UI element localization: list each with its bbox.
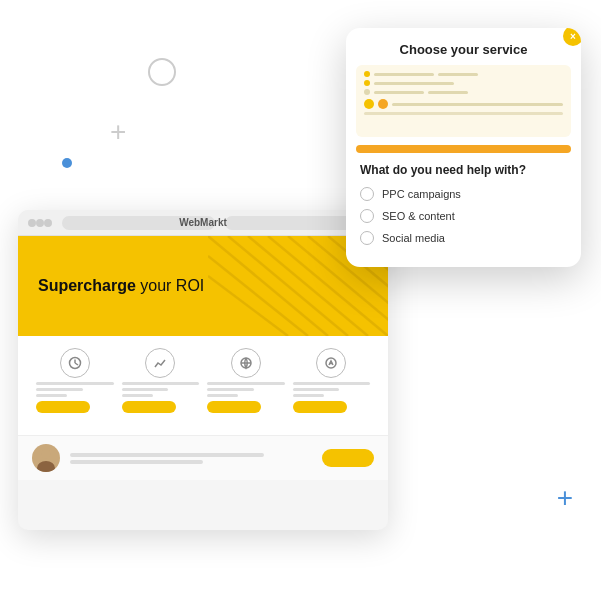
email-line-1a (374, 73, 434, 76)
decorative-dot (62, 158, 72, 168)
email-line-4a (364, 112, 563, 115)
email-row-4 (364, 112, 563, 115)
email-line-3b (428, 91, 468, 94)
lines-2 (118, 382, 204, 413)
decorative-plus-bottom: + (557, 484, 573, 512)
browser-dot-3 (44, 219, 52, 227)
icon-item-3 (203, 348, 289, 413)
line-1a (36, 382, 114, 385)
browser-hero: Supercharge your ROI (18, 236, 388, 336)
email-icon-2 (378, 99, 388, 109)
browser-footer (18, 435, 388, 480)
modal-header: Choose your service × (346, 28, 581, 65)
browser-titlebar: WebMarkt (18, 210, 388, 236)
email-line-1b (438, 73, 478, 76)
modal-title: Choose your service (400, 42, 528, 57)
line-1b (36, 388, 83, 391)
browser-dot-2 (36, 219, 44, 227)
icon-item-1 (32, 348, 118, 413)
hero-text: Supercharge your ROI (38, 276, 204, 297)
lines-3 (203, 382, 289, 413)
browser-url-bar[interactable] (62, 216, 215, 230)
icon-analytics (60, 348, 90, 378)
icon-item-4 (289, 348, 375, 413)
footer-line-2 (70, 460, 203, 464)
radio-option-ppc[interactable]: PPC campaigns (360, 187, 567, 201)
line-2a (122, 382, 200, 385)
line-4a (293, 382, 371, 385)
line-4c (293, 394, 324, 397)
footer-cta-button[interactable] (322, 449, 374, 467)
email-line-3a (374, 91, 424, 94)
email-dot-3 (364, 89, 370, 95)
hero-title-normal: your ROI (136, 277, 204, 294)
decorative-circle (148, 58, 176, 86)
icon-globe (231, 348, 261, 378)
line-2b (122, 388, 169, 391)
email-row-3 (364, 89, 563, 95)
question-title: What do you need help with? (360, 163, 567, 177)
footer-lines (70, 453, 312, 464)
radio-option-social[interactable]: Social media (360, 231, 567, 245)
icon-chart (145, 348, 175, 378)
radio-option-seo[interactable]: SEO & content (360, 209, 567, 223)
svg-line-11 (208, 276, 288, 336)
browser-window: WebMarkt (18, 210, 388, 530)
radio-circle-social[interactable] (360, 231, 374, 245)
browser-dot-1 (28, 219, 36, 227)
btn-3 (207, 401, 261, 413)
svg-line-10 (208, 256, 308, 336)
email-dot-1 (364, 71, 370, 77)
email-preview-strip (356, 65, 571, 137)
footer-line-1 (70, 453, 264, 457)
icon-edit (316, 348, 346, 378)
avatar (32, 444, 60, 472)
line-3a (207, 382, 285, 385)
btn-4 (293, 401, 347, 413)
hero-title-bold: Supercharge (38, 277, 136, 294)
modal-question-section: What do you need help with? PPC campaign… (346, 163, 581, 267)
browser-content (18, 336, 388, 435)
email-row-1 (364, 71, 563, 77)
line-3c (207, 394, 238, 397)
line-1c (36, 394, 67, 397)
email-line-bottom (392, 103, 563, 106)
line-3b (207, 388, 254, 391)
modal-card: Choose your service × What do y (346, 28, 581, 267)
email-dot-2 (364, 80, 370, 86)
radio-circle-seo[interactable] (360, 209, 374, 223)
radio-circle-ppc[interactable] (360, 187, 374, 201)
orange-divider-bar (356, 145, 571, 153)
lines-1 (32, 382, 118, 413)
hero-title: Supercharge your ROI (38, 276, 204, 297)
line-4b (293, 388, 340, 391)
modal-close-button[interactable]: × (563, 28, 581, 46)
email-icon-1 (364, 99, 374, 109)
radio-label-seo: SEO & content (382, 210, 455, 222)
icon-item-2 (118, 348, 204, 413)
radio-label-ppc: PPC campaigns (382, 188, 461, 200)
email-line-2a (374, 82, 454, 85)
svg-point-17 (41, 449, 51, 459)
line-2c (122, 394, 153, 397)
email-row-2 (364, 80, 563, 86)
btn-2 (122, 401, 176, 413)
btn-1 (36, 401, 90, 413)
decorative-plus-top: + (110, 118, 126, 146)
radio-label-social: Social media (382, 232, 445, 244)
icon-row (32, 348, 374, 413)
lines-4 (289, 382, 375, 413)
svg-point-18 (37, 461, 55, 472)
